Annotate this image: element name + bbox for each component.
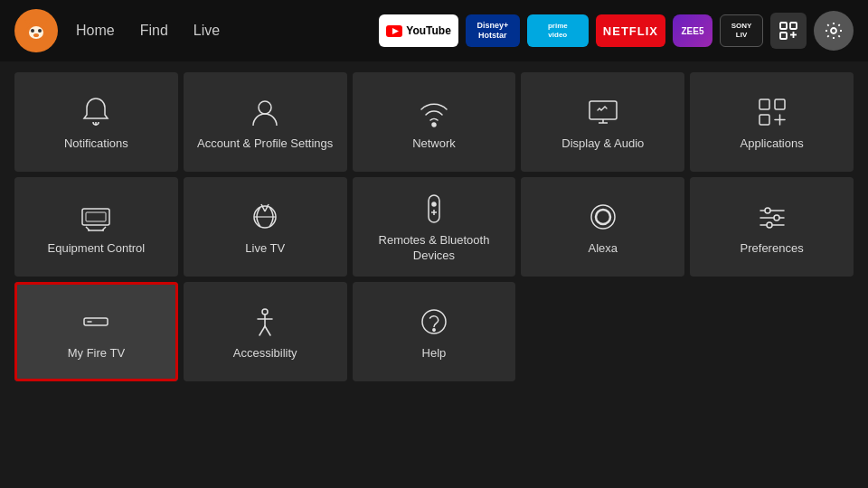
app-netflix[interactable]: NETFLIX [596,14,665,47]
tile-help[interactable]: Help [353,282,516,381]
fire-tv-icon [79,305,113,339]
tile-live-tv[interactable]: Live TV [184,177,347,277]
notifications-icon [79,95,113,129]
notifications-label: Notifications [64,136,128,152]
svg-marker-3 [42,18,49,25]
svg-point-36 [432,202,436,206]
nav-find[interactable]: Find [140,19,168,42]
my-fire-tv-label: My Fire TV [68,346,125,361]
accessibility-label: Accessibility [233,346,297,361]
equipment-label: Equipment Control [48,241,146,257]
svg-marker-2 [24,18,31,25]
svg-rect-21 [760,99,769,109]
svg-point-16 [259,101,271,114]
help-label: Help [422,346,447,361]
live-tv-icon [248,200,282,234]
app-prime[interactable]: primevideo [527,14,589,47]
svg-rect-11 [780,33,787,39]
applications-icon [755,95,789,129]
svg-point-44 [765,208,770,213]
network-icon [417,95,451,129]
svg-line-33 [261,204,265,211]
preferences-label: Preferences [741,241,804,257]
svg-point-5 [38,29,42,33]
network-label: Network [412,136,456,152]
remote-icon [417,192,451,226]
svg-rect-18 [590,101,617,119]
tile-my-fire-tv[interactable]: My Fire TV [14,282,178,381]
alexa-icon [586,200,620,234]
nav-icons [770,11,854,51]
tile-applications[interactable]: Applications [690,72,854,172]
svg-point-55 [433,328,435,330]
svg-point-14 [831,28,836,33]
tile-alexa[interactable]: Alexa [521,177,684,277]
tile-account-profile[interactable]: Account & Profile Settings [184,72,347,172]
svg-point-46 [767,222,772,228]
tile-equipment-control[interactable]: Equipment Control [14,177,178,277]
display-icon [586,95,620,129]
tile-accessibility[interactable]: Accessibility [184,282,347,381]
app-sony[interactable]: SONYLIV [720,14,763,47]
svg-rect-35 [429,195,439,222]
tile-preferences[interactable]: Preferences [690,177,854,277]
settings-grid: Notifications Account & Profile Settings… [14,72,854,381]
accessibility-icon [248,305,282,339]
preferences-icon [755,200,789,234]
svg-line-53 [265,326,270,335]
svg-rect-9 [780,23,787,29]
live-tv-label: Live TV [245,241,285,257]
svg-point-4 [31,29,34,33]
account-icon [248,95,282,129]
alexa-label: Alexa [589,241,618,257]
svg-rect-22 [775,99,785,109]
settings-area: Notifications Account & Profile Settings… [0,61,868,381]
help-icon [417,305,451,339]
applications-label: Applications [741,136,804,152]
svg-point-49 [262,309,268,314]
grid-icon-btn[interactable] [770,13,807,49]
svg-point-45 [774,215,779,221]
account-label: Account & Profile Settings [197,136,333,152]
app-youtube[interactable]: YouTube [379,14,458,47]
nav-logo[interactable] [14,9,58,52]
app-zee5[interactable]: ZEE5 [673,14,712,47]
tile-display-audio[interactable]: Display & Audio [521,72,684,172]
svg-line-34 [265,204,269,211]
tile-remotes-bluetooth[interactable]: Remotes & Bluetooth Devices [353,177,516,277]
app-disney[interactable]: Disney+Hotstar [466,14,520,47]
nav-live[interactable]: Live [193,19,220,42]
tile-network[interactable]: Network [353,72,516,172]
nav-apps: YouTube Disney+Hotstar primevideo NETFLI… [379,14,763,47]
settings-icon-btn[interactable] [814,11,854,51]
tile-notifications[interactable]: Notifications [14,72,178,172]
nav-home[interactable]: Home [76,19,115,42]
svg-rect-23 [760,115,769,125]
svg-point-17 [432,123,436,127]
svg-point-6 [33,33,39,37]
display-label: Display & Audio [561,136,644,152]
top-nav: Home Find Live YouTube Disney+Hotstar pr… [0,0,868,61]
equipment-icon [79,200,113,234]
svg-rect-27 [86,212,106,221]
svg-line-52 [259,326,265,335]
svg-rect-10 [790,23,797,29]
remotes-label: Remotes & Bluetooth Devices [360,233,509,264]
nav-links: Home Find Live [76,19,220,42]
svg-point-40 [596,210,610,224]
